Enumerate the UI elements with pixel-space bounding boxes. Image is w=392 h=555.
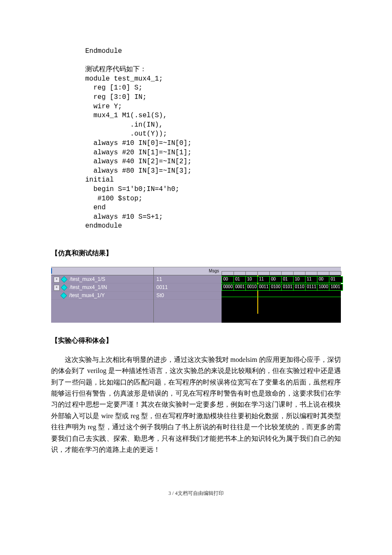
signal-row-in[interactable]: + /test_mux4_1/IN <box>51 283 153 292</box>
signal-icon <box>61 284 68 291</box>
heading-experiment-experience: 【实验心得和体会】 <box>51 335 341 346</box>
signal-name: /test_mux4_1/Y <box>69 292 104 298</box>
code-line: module test_mux4_1; <box>85 75 163 83</box>
code-line: Endmodule <box>85 47 122 55</box>
waveform-padding <box>51 300 153 323</box>
code-line: .out(Y)); <box>85 130 167 138</box>
wave-segment: 1001 <box>329 284 343 291</box>
signal-value-y: St0 <box>154 292 222 300</box>
page-footer: 3 / 4文档可自由编辑打印 <box>51 489 341 497</box>
code-line: mux4_1 M1(.sel(S), <box>85 112 167 119</box>
expand-icon[interactable]: + <box>54 285 60 291</box>
signal-row-s[interactable]: + /test_mux4_1/S <box>51 275 153 283</box>
heading-simulation-results: 【仿真和测试结果】 <box>51 248 341 258</box>
signal-icon <box>61 276 68 283</box>
code-line: reg [1:0] S; <box>85 84 142 92</box>
signal-icon <box>61 292 67 299</box>
signal-value-in: 0011 <box>154 283 222 292</box>
code-line: .in(IN), <box>85 121 163 129</box>
document-page: Endmodule 测试程序代码如下： module test_mux4_1; … <box>0 0 392 523</box>
code-line: #100 $stop; <box>85 195 142 202</box>
code-line: end <box>85 204 106 211</box>
waveform-viewer: + /test_mux4_1/S + /test_mux4_1/IN /test… <box>51 267 341 323</box>
waveform-time-axis <box>222 267 341 275</box>
waveform-names-header <box>51 267 153 275</box>
waveform-plot-area[interactable]: 00011011000110110001 0000000100100011010… <box>222 267 341 323</box>
code-block: Endmodule 测试程序代码如下： module test_mux4_1; … <box>85 47 341 231</box>
code-line: initial <box>85 176 114 184</box>
wave-row-in: 0000000100100011010001010110011110001001 <box>222 283 341 291</box>
signal-row-y[interactable]: /test_mux4_1/Y <box>51 292 153 300</box>
waveform-signal-values: Msgs 11 0011 St0 <box>153 267 222 323</box>
wave-bit-low <box>222 297 341 297</box>
code-line: always #20 IN[1]=~IN[1]; <box>85 149 192 156</box>
code-line: endmodule <box>85 222 122 230</box>
wave-row-s: 00011011000110110001 <box>222 275 341 283</box>
signal-value-s: 11 <box>154 275 222 283</box>
code-line: reg [3:0] IN; <box>85 93 147 101</box>
waveform-left-panel: + /test_mux4_1/S + /test_mux4_1/IN /test… <box>51 267 222 323</box>
body-paragraph: 这次实验与上次相比有明显的进步，通过这次实验我对 modelsim 的应用更加得… <box>51 354 341 456</box>
waveform-canvas: 00011011000110110001 0000000100100011010… <box>222 275 341 314</box>
wave-segment: 01 <box>329 276 343 283</box>
waveform-padding <box>154 300 222 323</box>
diamond-icon <box>51 268 52 274</box>
expand-icon[interactable]: + <box>54 277 60 283</box>
code-line: always #40 IN[2]=~IN[2]; <box>85 158 192 165</box>
signal-name: /test_mux4_1/IN <box>70 284 107 290</box>
code-line: 测试程序代码如下： <box>85 66 147 73</box>
signal-name: /test_mux4_1/S <box>70 276 105 282</box>
code-line: begin S=1'b0;IN=4'h0; <box>85 185 179 193</box>
code-line: wire Y; <box>85 103 122 110</box>
code-line: always #10 S=S+1; <box>85 213 163 221</box>
code-line: always #10 IN[0]=~IN[0]; <box>85 139 192 147</box>
waveform-signal-names: + /test_mux4_1/S + /test_mux4_1/IN /test… <box>51 267 153 323</box>
code-line: always #80 IN[3]=~IN[3]; <box>85 167 192 175</box>
waveform-values-header: Msgs <box>154 267 222 275</box>
wave-row-y <box>222 291 341 298</box>
